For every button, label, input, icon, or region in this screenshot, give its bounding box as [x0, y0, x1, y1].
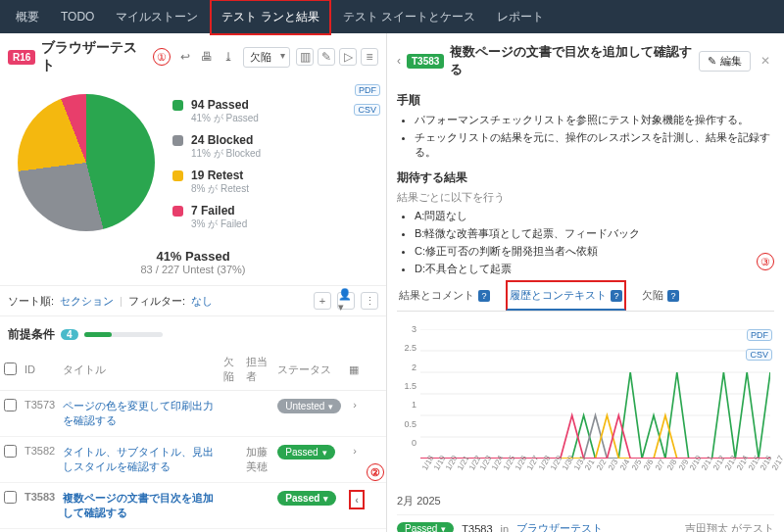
annotation-3: ③	[757, 253, 774, 270]
row-checkbox[interactable]	[4, 491, 17, 504]
expand-icon[interactable]: ›	[349, 397, 361, 412]
csv-badge[interactable]: CSV	[354, 104, 380, 116]
print-icon[interactable]: 🖶	[198, 48, 216, 66]
pdf-badge[interactable]: PDF	[747, 329, 772, 341]
history-in: in	[501, 523, 510, 533]
help-icon[interactable]: ?	[611, 290, 622, 302]
row-id: T3583	[21, 483, 59, 529]
export-icon[interactable]: ⤓	[220, 48, 237, 66]
legend-retest: 19 Retest	[191, 169, 249, 182]
status-pill[interactable]: Passed	[277, 491, 336, 506]
step-item: パフォーマンスチェックリストを参照にテスト対象機能を操作する。	[415, 113, 774, 127]
step-item: チェックリストの結果を元に、操作のレスポンスを計測し、結果を記録する。	[415, 130, 774, 160]
menu-icon[interactable]: ≡	[361, 48, 378, 66]
section-progress-bar	[84, 332, 163, 337]
expand-icon[interactable]: ›	[349, 443, 361, 459]
edit-button[interactable]: ✎編集	[699, 51, 751, 72]
col-status[interactable]: ステータス	[273, 349, 345, 391]
status-pill[interactable]: Untested	[277, 399, 341, 413]
status-pie-chart	[18, 94, 155, 231]
play-icon[interactable]: ▷	[339, 48, 357, 66]
columns-icon[interactable]: ▦	[349, 363, 359, 375]
summary-sub: 83 / 227 Untest (37%)	[0, 264, 386, 275]
history-line-chart: 00.511.522.53 1/181/191/201/211/221/231/…	[401, 329, 770, 476]
tab-milestone[interactable]: マイルストーン	[106, 1, 208, 33]
person-icon[interactable]: 👤▾	[337, 292, 355, 310]
row-title[interactable]: 複数ページの文書で目次を追加して確認する	[63, 492, 214, 518]
filter-label: フィルター:	[128, 294, 185, 309]
tab-overview[interactable]: 概要	[6, 1, 49, 33]
filter-bar: ソート順: セクション | フィルター: なし + 👤▾ ⋮	[0, 285, 386, 316]
tab-suites[interactable]: テスト スイートとケース	[333, 1, 485, 33]
history-id: T3583	[462, 523, 492, 533]
summary-pct: 41% Passed	[0, 249, 386, 264]
tab-reports[interactable]: レポート	[487, 1, 554, 33]
row-title[interactable]: タイトル、サブタイトル、見出しスタイルを確認する	[63, 446, 214, 472]
steps-list: パフォーマンスチェックリストを参照にテスト対象機能を操作する。 チェックリストの…	[415, 113, 774, 160]
more-icon[interactable]: ⋮	[361, 292, 378, 310]
row-checkbox[interactable]	[4, 445, 17, 458]
close-icon[interactable]: ✕	[757, 54, 774, 68]
row-assignee	[242, 483, 273, 529]
section-header: 前提条件 4	[0, 316, 386, 349]
expected-lead: 結果ごとに以下を行う	[397, 190, 774, 205]
test-table: ID タイトル 欠陥 担当者 ステータス ▦ T3573 ページの色を変更して印…	[0, 349, 386, 532]
legend-blocked: 24 Blocked	[191, 133, 261, 147]
steps-heading: 手順	[397, 92, 774, 109]
legend-passed: 94 Passed	[191, 98, 259, 112]
row-assignee	[242, 391, 273, 437]
sort-label: ソート順:	[8, 294, 54, 309]
table-row[interactable]: T3582 タイトル、サブタイトル、見出しスタイルを確認する 加藤美穂 Pass…	[0, 437, 386, 483]
table-row[interactable]: T3573 ページの色を変更して印刷出力を確認する Untested ›	[0, 391, 386, 437]
return-icon[interactable]: ↩	[176, 48, 194, 66]
detail-sub-tabs: 結果とコメント? 履歴とコンテキスト? 欠陥?	[397, 280, 774, 312]
row-id: T3584	[21, 529, 59, 533]
row-assignee: 加藤美穂	[242, 437, 273, 483]
annotation-2: ②	[367, 463, 384, 481]
expected-item: A:問題なし	[415, 209, 774, 223]
annotation-1: ①	[153, 48, 171, 66]
col-defect[interactable]: 欠陥	[220, 349, 242, 391]
run-title: ブラウザーテスト	[41, 39, 147, 74]
subtab-history[interactable]: 履歴とコンテキスト?	[506, 280, 626, 311]
edit-icon[interactable]: ✎	[318, 48, 335, 66]
row-id: T3582	[21, 437, 59, 483]
history-status: Passed	[397, 522, 454, 532]
chart-icon[interactable]: ▥	[296, 48, 314, 66]
row-checkbox[interactable]	[4, 399, 17, 411]
col-id[interactable]: ID	[21, 349, 59, 391]
row-id: T3573	[21, 391, 59, 437]
pie-chart-area: 94 Passed41% が Passed 24 Blocked11% が Bl…	[0, 80, 386, 245]
tab-todo[interactable]: TODO	[51, 2, 104, 31]
help-icon[interactable]: ?	[478, 290, 490, 302]
col-assignee[interactable]: 担当者	[242, 349, 273, 391]
legend-failed: 7 Failed	[191, 204, 247, 218]
case-badge: T3583	[407, 54, 444, 69]
status-pill[interactable]: Passed	[277, 445, 334, 459]
csv-badge[interactable]: CSV	[746, 349, 772, 361]
subtab-defects[interactable]: 欠陥?	[640, 282, 681, 309]
subtab-results[interactable]: 結果とコメント?	[397, 282, 492, 309]
add-icon[interactable]: +	[314, 292, 331, 310]
history-row[interactable]: Passed T3583 in ブラウザーテスト 吉田翔太 がテスト	[397, 514, 774, 532]
col-title[interactable]: タイトル	[59, 349, 219, 391]
help-icon[interactable]: ?	[667, 290, 679, 302]
right-pane: ‹ T3583 複数ページの文書で目次を追加して確認する ✎編集 ✕ 手順 パフ…	[387, 33, 784, 532]
sort-value[interactable]: セクション	[60, 294, 114, 309]
row-title[interactable]: ページの色を変更して印刷出力を確認する	[63, 400, 214, 426]
filter-value[interactable]: なし	[191, 294, 213, 309]
run-summary: 41% Passed 83 / 227 Untest (37%)	[0, 245, 386, 285]
select-all-checkbox[interactable]	[4, 363, 17, 375]
history-run[interactable]: ブラウザーテスト	[516, 521, 603, 532]
expected-heading: 期待する結果	[397, 169, 774, 186]
run-badge: R16	[8, 50, 35, 65]
back-icon[interactable]: ‹	[397, 54, 401, 68]
collapse-icon[interactable]: ‹	[349, 490, 365, 509]
tab-test-runs[interactable]: テスト ランと結果	[210, 0, 330, 35]
table-row[interactable]: T3584 文書のマージンを変更し、PDFエクスポートの相互運用性をテストする …	[0, 529, 386, 533]
swatch-failed	[172, 206, 183, 217]
defect-select[interactable]: 欠陥	[243, 47, 290, 68]
table-row[interactable]: T3583 複数ページの文書で目次を追加して確認する Passed ‹②	[0, 483, 386, 529]
pdf-badge[interactable]: PDF	[355, 84, 380, 96]
top-nav: 概要 TODO マイルストーン テスト ランと結果 テスト スイートとケース レ…	[0, 0, 784, 33]
